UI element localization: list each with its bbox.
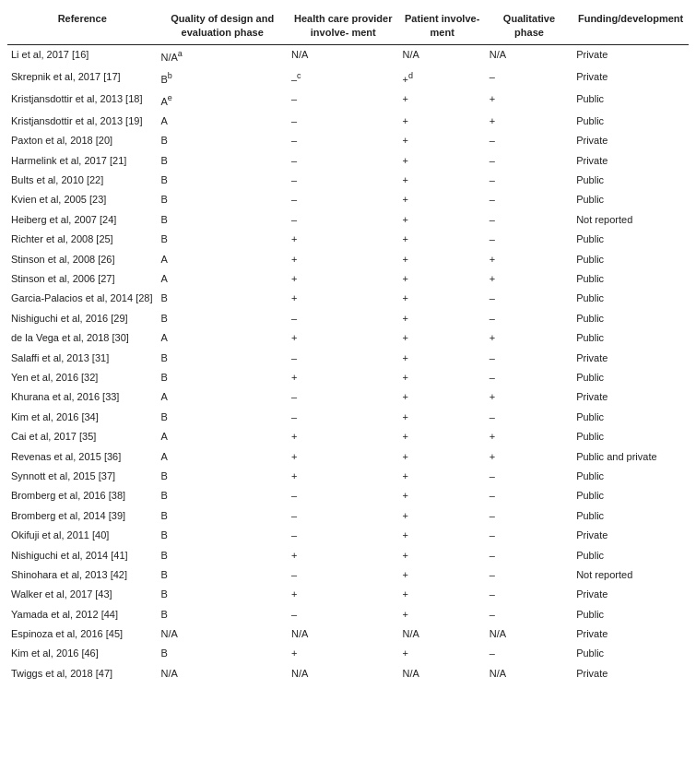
hcp-cell: + [288,546,399,565]
qual-cell: B [157,408,288,427]
qp-cell: + [486,447,572,467]
ref-cell: Garcia-Palacios et al, 2014 [28] [7,289,157,308]
qual-cell: B [157,546,288,565]
table-row: de la Vega et al, 2018 [30]A+++Public [7,328,689,348]
qual-cell: B [157,585,288,604]
hcp-cell: – [288,171,399,190]
qp-cell: + [486,387,572,407]
qual-cell: B [157,486,288,505]
ref-cell: Kristjansdottir et al, 2013 [18] [7,89,157,112]
ref-cell: Espinoza et al, 2016 [45] [7,624,157,644]
pat-cell: + [399,486,486,505]
table-row: Nishiguchi et al, 2016 [29]B–+–Public [7,309,689,328]
qual-cell: B [157,289,288,308]
fund-cell: Public [572,112,689,131]
pat-cell: + [399,190,486,209]
qp-cell: – [486,526,572,545]
fund-cell: Public [572,368,689,387]
hcp-cell: – [288,526,399,545]
ref-cell: Revenas et al, 2015 [36] [7,447,157,467]
qual-cell: A [157,447,288,467]
fund-cell: Public [572,309,689,328]
fund-cell: Private [572,151,689,171]
fund-cell: Public [572,408,689,427]
hcp-cell: – [288,131,399,150]
ref-cell: Okifuji et al, 2011 [40] [7,526,157,545]
qual-cell: B [157,506,288,526]
ref-cell: de la Vega et al, 2018 [30] [7,328,157,348]
qp-cell: – [486,644,572,663]
table-row: Bromberg et al, 2014 [39]B–+–Public [7,506,689,526]
table-row: Harmelink et al, 2017 [21]B–+–Private [7,151,689,171]
fund-cell: Private [572,624,689,644]
qual-cell: B [157,605,288,624]
qp-cell: – [486,486,572,505]
qual-cell: B [157,349,288,368]
qual-cell: A [157,250,288,269]
hcp-cell: + [288,230,399,249]
ref-cell: Skrepnik et al, 2017 [17] [7,67,157,89]
qual-cell: B [157,131,288,150]
qp-cell: – [486,546,572,565]
hcp-cell: + [288,447,399,467]
col-header-quality: Quality of design and evaluation phase [157,9,288,44]
qual-cell: B [157,309,288,328]
table-row: Kim et al, 2016 [46]B++–Public [7,644,689,663]
qp-cell: + [486,269,572,289]
qual-cell: N/A [157,624,288,644]
hcp-cell: + [288,368,399,387]
ref-cell: Nishiguchi et al, 2014 [41] [7,546,157,565]
qual-cell: B [157,526,288,545]
ref-cell: Stinson et al, 2006 [27] [7,269,157,289]
qp-cell: + [486,250,572,269]
qual-cell: B [157,190,288,209]
table-row: Skrepnik et al, 2017 [17]Bb–c+d–Private [7,67,689,89]
ref-cell: Stinson et al, 2008 [26] [7,250,157,269]
ref-cell: Harmelink et al, 2017 [21] [7,151,157,171]
pat-cell: +d [399,67,486,89]
hcp-cell: – [288,210,399,230]
pat-cell: + [399,151,486,171]
fund-cell: Public [572,605,689,624]
pat-cell: + [399,349,486,368]
hcp-cell: + [288,585,399,604]
ref-cell: Twiggs et al, 2018 [47] [7,664,157,683]
col-header-hcp: Health care provider involve- ment [288,9,399,44]
qual-cell: A [157,269,288,289]
hcp-cell: + [288,250,399,269]
qp-cell: – [486,151,572,171]
pat-cell: + [399,427,486,446]
fund-cell: Public [572,250,689,269]
fund-cell: Public [572,289,689,308]
qp-cell: + [486,427,572,446]
hcp-cell: – [288,506,399,526]
pat-cell: + [399,408,486,427]
hcp-cell: N/A [288,624,399,644]
hcp-cell: – [288,408,399,427]
table-row: Paxton et al, 2018 [20]B–+–Private [7,131,689,150]
ref-cell: Bults et al, 2010 [22] [7,171,157,190]
ref-cell: Shinohara et al, 2013 [42] [7,565,157,585]
col-header-qualitative: Qualitative phase [486,9,572,44]
qp-cell: – [486,368,572,387]
pat-cell: + [399,447,486,467]
table-row: Salaffi et al, 2013 [31]B–+–Private [7,349,689,368]
qp-cell: – [486,131,572,150]
pat-cell: + [399,546,486,565]
qp-cell: – [486,349,572,368]
col-header-patient: Patient involve- ment [399,9,486,44]
fund-cell: Public [572,506,689,526]
ref-cell: Walker et al, 2017 [43] [7,585,157,604]
table-row: Shinohara et al, 2013 [42]B–+–Not report… [7,565,689,585]
ref-cell: Heiberg et al, 2007 [24] [7,210,157,230]
fund-cell: Private [572,387,689,407]
hcp-cell: – [288,309,399,328]
table-row: Okifuji et al, 2011 [40]B–+–Private [7,526,689,545]
hcp-cell: + [288,644,399,663]
pat-cell: + [399,210,486,230]
fund-cell: Public [572,427,689,446]
fund-cell: Public [572,644,689,663]
ref-cell: Li et al, 2017 [16] [7,44,157,67]
fund-cell: Private [572,67,689,89]
qual-cell: B [157,151,288,171]
